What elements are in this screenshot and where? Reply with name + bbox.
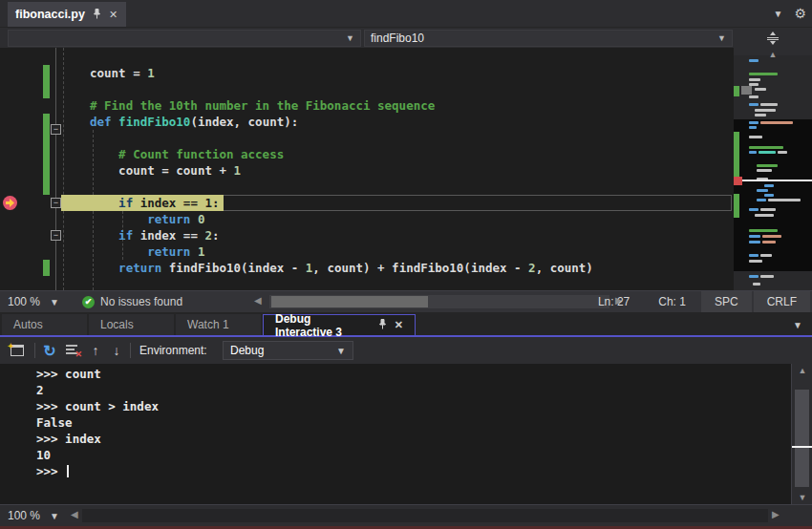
history-next-button[interactable]: ↓ [107, 341, 126, 360]
new-interactive-window-button[interactable]: ✦ [8, 341, 27, 360]
tool-window-tab-strip: Autos Locals Watch 1 Debug Interactive 3… [0, 312, 812, 337]
gear-icon[interactable]: ⚙ [794, 6, 806, 21]
reset-environment-button[interactable]: ↻ [40, 341, 59, 360]
chevron-down-icon: ▼ [717, 33, 726, 43]
environment-dropdown[interactable]: Debug ▼ [223, 341, 353, 360]
code-lines[interactable]: print("First 10 numbers in the Fibonacci… [0, 48, 734, 290]
status-spaces-mode[interactable]: SPC [701, 291, 752, 312]
minimap[interactable]: ▲ [734, 48, 812, 290]
environment-label: Environment: [139, 344, 207, 357]
red-x-icon: ✕ [75, 349, 82, 359]
close-icon[interactable]: ✕ [395, 320, 403, 330]
document-title: fibonacci.py [15, 8, 85, 21]
interactive-toolbar: ✦ ↻ ✕ ↑ ↓ Environment: Debug ▼ [0, 337, 812, 364]
sparkle-icon: ✦ [7, 341, 14, 351]
status-column-number: Ch: 1 [645, 295, 699, 308]
minimap-breakpoint-mark [734, 177, 742, 185]
code-editor[interactable]: − − − print("First 10 numbers in the Fib… [0, 48, 734, 290]
minimap-change-mark [734, 132, 739, 178]
scroll-left-icon[interactable]: ◀ [71, 509, 78, 519]
environment-value: Debug [230, 344, 264, 357]
tab-autos[interactable]: Autos [2, 314, 87, 335]
chevron-down-icon: ▼ [50, 297, 59, 307]
document-tab-strip: fibonacci.py ✕ ▼ ⚙ [0, 0, 812, 27]
status-line-ending[interactable]: CRLF [754, 291, 810, 312]
close-icon[interactable]: ✕ [109, 10, 118, 20]
issues-message: No issues found [100, 295, 182, 308]
window-chevron-down-icon[interactable]: ▼ [774, 9, 783, 19]
minimap-collapsed-region [741, 86, 752, 95]
chevron-down-icon: ▼ [336, 346, 346, 356]
scroll-left-icon[interactable]: ◀ [254, 295, 262, 306]
text-cursor [67, 465, 69, 477]
chevron-down-icon: ▼ [346, 33, 354, 43]
console-lines: >>> count2>>> count > indexFalse>>> inde… [0, 364, 791, 479]
editor-hscrollbar[interactable] [269, 295, 609, 308]
editor-hscrollbar-thumb[interactable] [271, 296, 428, 307]
issues-indicator[interactable]: ✔ No issues found [82, 291, 182, 312]
navigation-bar: ▼ findFibo10 ▼ [0, 27, 812, 48]
status-line-number: Ln: 27 [585, 295, 643, 308]
chevron-down-icon: ▼ [50, 511, 59, 521]
clear-screen-button[interactable]: ✕ [63, 341, 82, 360]
vs-window: fibonacci.py ✕ ▼ ⚙ ▼ findFibo10 ▼ [0, 0, 812, 529]
editor-zoom-value: 100 % [8, 295, 40, 308]
tab-fibonacci-py[interactable]: fibonacci.py ✕ [8, 2, 126, 27]
console-zoom-control[interactable]: 100 % ▼ [8, 505, 59, 526]
scroll-right-icon[interactable]: ▶ [772, 509, 780, 519]
scroll-up-icon[interactable]: ▲ [792, 366, 812, 375]
member-dropdown[interactable]: findFibo10 ▼ [364, 30, 733, 47]
pin-icon[interactable] [92, 9, 102, 21]
minimap-change-mark [734, 86, 739, 96]
minimap-current-line-marker [734, 180, 812, 181]
editor-zoom-control[interactable]: 100 % ▼ [8, 291, 59, 312]
breakpoint-current-statement-icon[interactable] [3, 196, 17, 210]
tab-watch-1[interactable]: Watch 1 [176, 314, 261, 335]
member-dropdown-value: findFibo10 [371, 32, 424, 45]
console-scroll-position-marker [792, 446, 812, 448]
interactive-status-bar: 100 % ▼ ◀ ▶ [0, 504, 812, 526]
tab-locals[interactable]: Locals [89, 314, 174, 335]
check-circle-icon: ✔ [82, 296, 95, 308]
interactive-console[interactable]: >>> count2>>> count > indexFalse>>> inde… [0, 364, 791, 504]
pin-icon[interactable] [377, 319, 388, 331]
console-vscrollbar[interactable]: ▲ ▼ [791, 364, 812, 504]
type-dropdown[interactable]: ▼ [8, 30, 361, 47]
console-zoom-value: 100 % [8, 509, 40, 522]
console-vscrollbar-thumb[interactable] [795, 390, 809, 487]
editor-status-bar: 100 % ▼ ✔ No issues found ◀ ▶ Ln: 27 Ch:… [0, 290, 812, 312]
scroll-down-icon[interactable]: ▼ [792, 493, 812, 502]
tab-list-chevron-icon[interactable]: ▼ [793, 320, 802, 330]
scroll-up-icon[interactable]: ▲ [734, 50, 812, 59]
history-previous-button[interactable]: ↑ [86, 341, 105, 360]
split-window-handle[interactable] [734, 28, 812, 49]
minimap-change-mark [734, 194, 739, 218]
tab-debug-interactive-3[interactable]: Debug Interactive 3 ✕ [263, 314, 416, 335]
console-hscrollbar[interactable] [82, 509, 768, 522]
